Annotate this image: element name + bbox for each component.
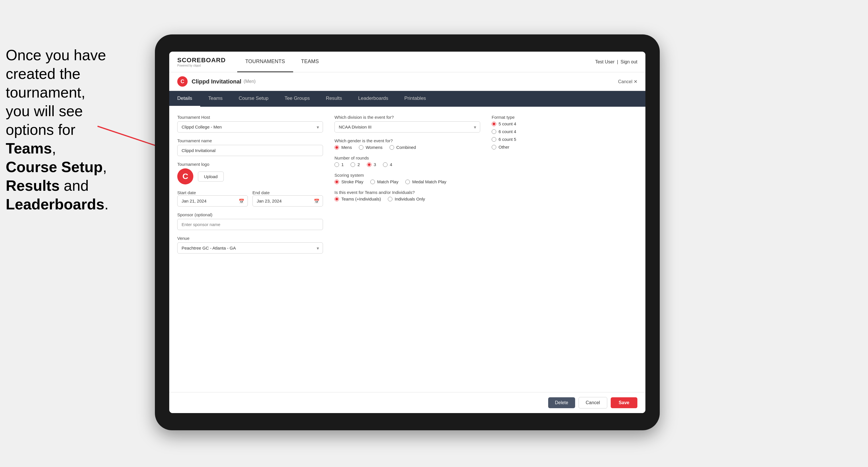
signout-link[interactable]: Sign out <box>620 59 638 64</box>
format-5count4-radio[interactable] <box>492 122 496 126</box>
format-group: Format type 5 count 4 6 count 4 <box>492 115 638 150</box>
venue-label: Venue <box>177 236 323 241</box>
format-6count5-radio[interactable] <box>492 137 496 142</box>
form-col-1: Tournament Host Clippd College - Men Tou… <box>177 115 323 254</box>
venue-select[interactable]: Peachtree GC - Atlanta - GA <box>177 242 323 254</box>
venue-group: Venue Peachtree GC - Atlanta - GA <box>177 236 323 254</box>
upload-button[interactable]: Upload <box>198 172 224 182</box>
scoring-medal-match-radio[interactable] <box>405 180 410 184</box>
tab-details[interactable]: Details <box>169 91 200 107</box>
close-button[interactable]: Cancel ✕ <box>618 79 638 84</box>
dates-group: Start date 📅 End date 📅 <box>177 190 323 207</box>
nav-tournaments[interactable]: TOURNAMENTS <box>237 52 293 72</box>
division-select-wrapper: NCAA Division III <box>335 121 480 132</box>
user-label: Test User <box>595 59 615 64</box>
end-date-label: End date <box>252 190 270 195</box>
nav-teams[interactable]: TEAMS <box>293 52 327 72</box>
sponsor-group: Sponsor (optional) <box>177 212 323 230</box>
rounds-1-radio[interactable] <box>335 162 339 167</box>
cancel-button[interactable]: Cancel <box>579 397 607 408</box>
logo-area: SCOREBOARD Powered by clippd <box>177 57 226 67</box>
end-date-input[interactable] <box>252 195 323 207</box>
scoring-stroke[interactable]: Stroke Play <box>335 179 364 184</box>
form-col-2: Which division is the event for? NCAA Di… <box>335 115 480 254</box>
form-grid: Tournament Host Clippd College - Men Tou… <box>177 115 638 254</box>
tab-results[interactable]: Results <box>318 91 350 107</box>
gender-radio-group: Mens Womens Combined <box>335 145 480 150</box>
tab-teams[interactable]: Teams <box>200 91 230 107</box>
start-date-input[interactable] <box>177 195 248 207</box>
tab-tee-groups[interactable]: Tee Groups <box>277 91 318 107</box>
teams-label: Is this event for Teams and/or Individua… <box>335 190 480 195</box>
scoring-match-radio[interactable] <box>370 180 375 184</box>
rounds-radio-group: 1 2 3 4 <box>335 162 480 167</box>
tournament-host-group: Tournament Host Clippd College - Men <box>177 115 323 132</box>
individuals-only-radio[interactable] <box>388 197 393 201</box>
format-6count4-radio[interactable] <box>492 129 496 134</box>
user-area: Test User | Sign out <box>595 59 638 65</box>
tab-course-setup[interactable]: Course Setup <box>230 91 277 107</box>
save-button[interactable]: Save <box>611 397 638 408</box>
gender-womens-radio[interactable] <box>359 145 364 150</box>
format-6count4[interactable]: 6 count 4 <box>492 129 638 134</box>
rounds-4[interactable]: 4 <box>383 162 392 167</box>
sponsor-input[interactable] <box>177 219 323 230</box>
scoring-match[interactable]: Match Play <box>370 179 398 184</box>
teams-group: Is this event for Teams and/or Individua… <box>335 190 480 201</box>
rounds-3[interactable]: 3 <box>367 162 376 167</box>
format-6count5[interactable]: 6 count 5 <box>492 137 638 142</box>
tournament-name-input[interactable] <box>177 145 323 156</box>
gender-label: Which gender is the event for? <box>335 138 480 143</box>
rounds-2-radio[interactable] <box>350 162 355 167</box>
start-date-label: Start date <box>177 190 196 195</box>
separator: | <box>617 59 618 64</box>
main-content: Tournament Host Clippd College - Men Tou… <box>169 107 645 392</box>
tab-printables[interactable]: Printables <box>396 91 434 107</box>
scoring-medal-match[interactable]: Medal Match Play <box>405 179 446 184</box>
tournament-logo-label: Tournament logo <box>177 162 323 167</box>
tournament-gender: (Men) <box>244 79 255 84</box>
scoring-stroke-radio[interactable] <box>335 180 339 184</box>
tournament-host-label: Tournament Host <box>177 115 323 120</box>
gender-womens[interactable]: Womens <box>359 145 383 150</box>
rounds-3-radio[interactable] <box>367 162 371 167</box>
teams-radio-group: Teams (+Individuals) Individuals Only <box>335 196 480 201</box>
division-label: Which division is the event for? <box>335 115 480 120</box>
rounds-1[interactable]: 1 <box>335 162 344 167</box>
tournament-name-group: Tournament name <box>177 138 323 156</box>
gender-mens[interactable]: Mens <box>335 145 352 150</box>
delete-button[interactable]: Delete <box>548 397 575 408</box>
logo-title: SCOREBOARD <box>177 57 226 64</box>
rounds-4-radio[interactable] <box>383 162 388 167</box>
tournament-header: C Clippd Invitational (Men) Cancel ✕ <box>169 72 645 91</box>
start-date-wrapper: 📅 <box>177 195 248 207</box>
tournament-name-label: Tournament name <box>177 138 323 143</box>
gender-combined-radio[interactable] <box>390 145 394 150</box>
individuals-only[interactable]: Individuals Only <box>388 196 425 201</box>
calendar-icon: 📅 <box>239 198 244 204</box>
teams-plus-individuals[interactable]: Teams (+Individuals) <box>335 196 381 201</box>
tournament-name: Clippd Invitational <box>192 78 241 85</box>
venue-select-wrapper: Peachtree GC - Atlanta - GA <box>177 242 323 254</box>
gender-mens-radio[interactable] <box>335 145 339 150</box>
teams-plus-individuals-radio[interactable] <box>335 197 339 201</box>
format-other[interactable]: Other <box>492 145 638 150</box>
rounds-2[interactable]: 2 <box>350 162 360 167</box>
scoring-radio-group: Stroke Play Match Play Medal Match Play <box>335 179 480 184</box>
division-select[interactable]: NCAA Division III <box>335 121 480 132</box>
tablet-screen: SCOREBOARD Powered by clippd TOURNAMENTS… <box>169 52 645 413</box>
calendar-icon-end: 📅 <box>314 198 319 204</box>
gender-combined[interactable]: Combined <box>390 145 416 150</box>
format-5count4[interactable]: 5 count 4 <box>492 121 638 126</box>
tournament-logo-group: Tournament logo C Upload <box>177 162 323 184</box>
top-nav: SCOREBOARD Powered by clippd TOURNAMENTS… <box>169 52 645 72</box>
tournament-host-select[interactable]: Clippd College - Men <box>177 121 323 132</box>
form-col-3: Format type 5 count 4 6 count 4 <box>492 115 638 254</box>
division-group: Which division is the event for? NCAA Di… <box>335 115 480 132</box>
end-date-group: End date 📅 <box>252 190 323 207</box>
tab-leaderboards[interactable]: Leaderboards <box>350 91 396 107</box>
format-other-radio[interactable] <box>492 145 496 150</box>
scoring-group: Scoring system Stroke Play Match Play <box>335 173 480 184</box>
logo-subtitle: Powered by clippd <box>177 64 226 67</box>
tournament-icon: C <box>177 76 188 87</box>
